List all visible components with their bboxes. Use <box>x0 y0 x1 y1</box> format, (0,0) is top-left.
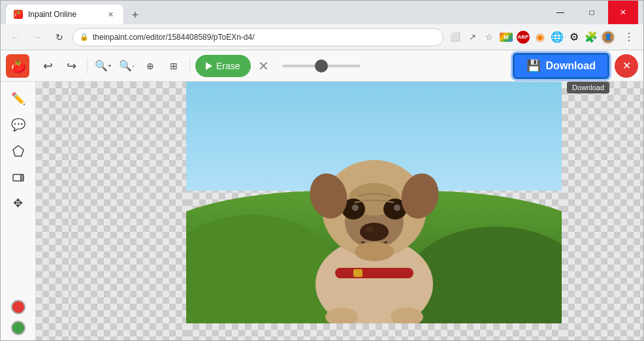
divider-1 <box>87 58 88 74</box>
close-button[interactable]: ✕ <box>608 1 638 24</box>
ext-icon-2[interactable]: 🌐 <box>549 29 565 45</box>
download-icon: 💾 <box>526 59 541 73</box>
right-transparent-area <box>562 82 643 340</box>
left-tools-panel: ✏️ 💬 ✥ <box>1 82 36 340</box>
bookmark-icon[interactable]: ☆ <box>481 29 497 45</box>
move-tool-btn[interactable]: ✥ <box>7 191 30 215</box>
divider-2 <box>189 58 190 74</box>
green-color-btn[interactable] <box>11 321 25 335</box>
toolbar-row: 🍅 ↩ ↪ 🔍+ 🔍- ⊕ ⊞ Erase ✕ 💾 Download Downl… <box>1 50 643 82</box>
ext-icon-1[interactable]: ◉ <box>532 29 548 45</box>
gmail-icon[interactable]: M <box>498 29 514 45</box>
pug-svg <box>270 95 479 323</box>
svg-marker-0 <box>13 146 24 156</box>
polygon-tool-btn[interactable] <box>7 139 30 163</box>
redo-button[interactable]: ↪ <box>61 56 82 76</box>
tab-title: Inpaint Online <box>28 10 100 19</box>
address-box[interactable]: 🔒 theinpaint.com/editor/1584408589/pToEX… <box>72 28 443 46</box>
download-tooltip: Download <box>567 82 609 93</box>
download-button-area: 💾 Download Download <box>513 53 609 79</box>
download-label: Download <box>546 60 596 72</box>
erase-button[interactable]: Erase <box>195 55 251 77</box>
ext-icon-4[interactable]: 🧩 <box>583 29 599 45</box>
svg-rect-17 <box>353 269 362 277</box>
lock-icon: 🔒 <box>80 33 89 41</box>
svg-point-8 <box>366 227 374 232</box>
eraser-tool-btn[interactable] <box>7 165 30 189</box>
svg-rect-1 <box>13 174 21 181</box>
maximize-button[interactable]: □ <box>577 1 607 24</box>
brush-size-slider-area <box>282 65 505 67</box>
reload-button[interactable]: ↻ <box>50 28 69 46</box>
canvas-area: ✏️ 💬 ✥ <box>1 82 643 340</box>
svg-rect-16 <box>335 268 413 278</box>
active-tab[interactable]: 🍅 Inpaint Online ✕ <box>6 5 123 24</box>
forward-button[interactable]: → <box>28 28 46 46</box>
svg-point-20 <box>355 242 394 261</box>
speech-tool-btn[interactable]: 💬 <box>7 113 30 137</box>
profile-avatar[interactable]: 👤 <box>600 29 616 45</box>
brush-size-track <box>282 65 361 67</box>
url-text: theinpaint.com/editor/1584408589/pToEXn-… <box>93 33 436 42</box>
brush-size-thumb[interactable] <box>315 59 328 73</box>
title-bar: 🍅 Inpaint Online ✕ + — □ ✕ <box>1 1 643 24</box>
minimize-button[interactable]: — <box>545 1 575 24</box>
undo-button[interactable]: ↩ <box>37 56 58 76</box>
bottom-transparent-area <box>186 323 562 340</box>
cast-icon[interactable]: ⬜ <box>447 29 463 45</box>
svg-point-11 <box>352 204 359 211</box>
svg-point-7 <box>360 223 389 241</box>
tab-favicon: 🍅 <box>14 10 23 19</box>
svg-point-13 <box>394 204 400 211</box>
download-button[interactable]: 💾 Download <box>513 53 609 79</box>
share-icon[interactable]: ↗ <box>464 29 480 45</box>
ext-icon-3[interactable]: ⚙ <box>566 29 582 45</box>
browser-window: 🍅 Inpaint Online ✕ + — □ ✕ ← → ↻ 🔒 thein <box>0 0 644 341</box>
new-tab-button[interactable]: + <box>126 6 144 24</box>
left-transparent-area <box>71 82 186 340</box>
zoom-out-button[interactable]: 🔍- <box>116 56 137 76</box>
cancel-button[interactable]: ✕ <box>253 56 274 76</box>
menu-button[interactable]: ⋮ <box>620 28 638 46</box>
close-red-button[interactable]: ✕ <box>615 54 638 78</box>
address-bar-row: ← → ↻ 🔒 theinpaint.com/editor/1584408589… <box>1 24 643 50</box>
fit-button[interactable]: ⊕ <box>140 56 161 76</box>
erase-play-icon <box>206 62 212 70</box>
zoom-in-button[interactable]: 🔍+ <box>93 56 114 76</box>
svg-rect-2 <box>21 174 24 181</box>
adblock-icon[interactable]: ABP <box>515 29 531 45</box>
app-logo: 🍅 <box>6 54 29 78</box>
red-color-btn[interactable] <box>11 300 25 314</box>
tab-close-btn[interactable]: ✕ <box>105 9 116 20</box>
pug-image <box>186 82 562 323</box>
pencil-tool-btn[interactable]: ✏️ <box>7 87 30 110</box>
tab-strip: 🍅 Inpaint Online ✕ + <box>6 1 540 24</box>
window-controls: — □ ✕ <box>545 1 638 24</box>
erase-label: Erase <box>216 61 240 71</box>
main-canvas[interactable] <box>36 82 643 340</box>
extension-icons: ⬜ ↗ ☆ M ABP ◉ 🌐 ⚙ 🧩 👤 <box>447 29 616 45</box>
image-container <box>186 82 562 323</box>
back-button[interactable]: ← <box>6 28 24 46</box>
actual-size-button[interactable]: ⊞ <box>163 56 184 76</box>
